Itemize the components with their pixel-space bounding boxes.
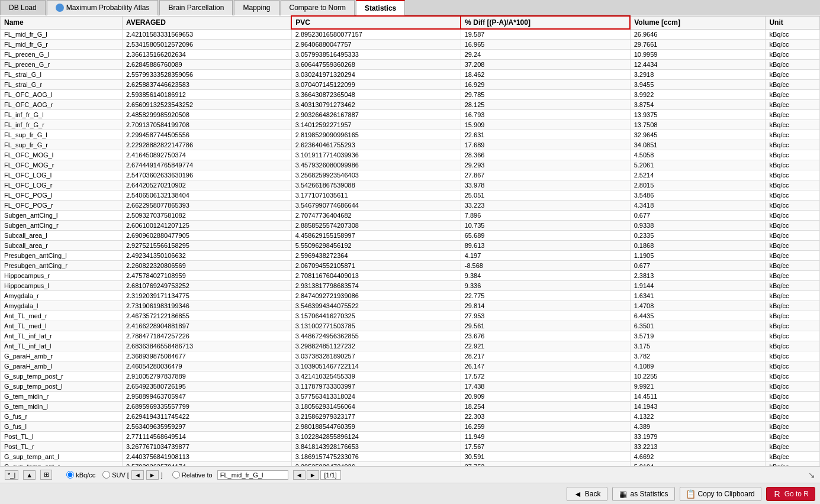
table-row[interactable]: FL_OFC_POG_r2.66229580778653​933.5467990… [1, 201, 820, 211]
table-row[interactable]: G_paraH_amb_l2.460542800364793.103905146… [1, 361, 820, 371]
table-cell: FL_OFC_POG_r [1, 201, 123, 211]
table-row[interactable]: FL_OFC_MOG_l2.41645089275037​43.10191177… [1, 150, 820, 160]
radio-suv-label[interactable]: SUV [ [102, 471, 129, 479]
table-row[interactable]: FL_OFC_AOG_l2.59385614018691​23.36643087… [1, 90, 820, 100]
table-cell: 3.03024197132029​4 [291, 70, 461, 80]
table-cell: 2.5214 [630, 170, 766, 180]
radio-kbq[interactable] [66, 471, 74, 479]
table-row[interactable]: Subcall_area_r2.92752155661582​955.55096… [1, 241, 820, 251]
r-icon: R [773, 489, 782, 499]
table-row[interactable]: G_sup_temp_post_r2.91005279783788​93.421… [1, 371, 820, 382]
table-cell: 15.909 [461, 120, 630, 130]
table-row[interactable]: Subgen_antCing_r2.60610012412071​252.885… [1, 221, 820, 231]
table-row[interactable]: FL_OFC_POG_l2.54065061321384​043.1771071… [1, 190, 820, 201]
table-cell: 26.147 [461, 361, 630, 371]
suv-nav-right[interactable]: ► [146, 470, 159, 480]
table-row[interactable]: FL_OFC_LOG_r2.64420527021090​23.54266186… [1, 180, 820, 190]
tab-compare-norm[interactable]: Compare to Norm [281, 0, 355, 15]
table-row[interactable]: Post_TL_r3.26776710347398​773.8418143928… [1, 442, 820, 452]
table-row[interactable]: Hippocampus_r2.47578402710895​92.7081167… [1, 271, 820, 281]
table-row[interactable]: G_sup_temp_ant_r2.57939363579417​43.2952… [1, 462, 820, 467]
table-row[interactable]: FL_strai_G_r2.62588374466235​833.0704071… [1, 80, 820, 90]
table-row[interactable]: G_tem_midin_r2.95889946370594​73.5775634… [1, 392, 820, 402]
bracket-close: ] [161, 471, 163, 479]
radio-relative[interactable] [172, 471, 180, 479]
table-row[interactable]: Amygdala_r2.31920391711347​752.847409272… [1, 291, 820, 301]
table-row[interactable]: Subgen_antCing_l2.50932703758108​22.7074… [1, 211, 820, 221]
table-row[interactable]: FL_mid_fr_G_r2.534158050125720962.964068… [1, 40, 820, 50]
table-cell: 23.676 [461, 331, 630, 341]
suv-nav-left[interactable]: ◄ [131, 470, 144, 480]
table-cell: 28.217 [461, 351, 630, 361]
table-row[interactable]: FL_sup_fr_G_l2.29945877445055​562.819852… [1, 130, 820, 140]
table-row[interactable]: Ant_TL_med_r2.46735721221868​553.1570644… [1, 311, 820, 321]
table-row[interactable]: Presubgen_antCing_l2.49234135010663​22.5… [1, 251, 820, 261]
status-left-btn[interactable]: *_| [5, 470, 18, 480]
back-button[interactable]: ◄ Back [567, 487, 607, 501]
radio-relative-label[interactable]: Relative to [172, 471, 213, 479]
table-cell: 2.8015 [630, 180, 766, 190]
tab-brain-parc[interactable]: Brain Parcellation [159, 0, 233, 15]
copy-to-clipboard-button[interactable]: 📋 Copy to Clipboard [680, 487, 761, 501]
table-row[interactable]: G_sup_temp_ant_l2.44037568419081​133.186… [1, 452, 820, 462]
table-row[interactable]: FL_inf_fr_G_l2.48582999859205​082.903266… [1, 110, 820, 120]
table-cell: kBq/cc [766, 120, 820, 130]
tab-statistics[interactable]: Statistics [356, 0, 405, 15]
table-row[interactable]: Ant_TL_inf_lat_r2.78847718472572​263.448… [1, 331, 820, 341]
table-cell: 3.54639943440755​22 [291, 301, 461, 311]
radio-kbq-label[interactable]: kBq/cc [66, 471, 95, 479]
table-row[interactable]: FL_OFC_MOG_r2.67444914765849​7743.457932… [1, 160, 820, 170]
nav-next-btn[interactable]: ► [307, 470, 319, 480]
tab-db-load[interactable]: DB Load [0, 0, 46, 15]
table-cell: Subcall_area_r [1, 241, 123, 251]
nav-prev-btn[interactable]: ◄ [293, 470, 306, 480]
table-row[interactable]: Amygdala_l2.73190619831993​463.546399434… [1, 301, 820, 311]
table-cell: 17.438 [461, 382, 630, 392]
table-row[interactable]: Hippocampus_l2.68107692497532​522.931381… [1, 281, 820, 291]
table-cell: 3.18056293145606​4 [291, 402, 461, 412]
table-row[interactable]: G_fus_r2.62941943117454​223.215862979323… [1, 412, 820, 422]
table-row[interactable]: G_tem_midin_l2.68959693355577​993.180562… [1, 402, 820, 412]
table-cell: 37.208 [461, 60, 630, 70]
table-row[interactable]: G_sup_temp_post_l2.65492358072619​53.117… [1, 382, 820, 392]
relative-to-input[interactable] [217, 470, 288, 480]
table-row[interactable]: FL_inf_fr_G_r2.70913705841997​083.140125… [1, 120, 820, 130]
table-row[interactable]: FL_mid_fr_G_l2.421015833315696532.895230… [1, 29, 820, 40]
table-cell: 2.70913705841997​08 [122, 120, 291, 130]
table-cell: 29.293 [461, 160, 630, 170]
table-row[interactable]: Presubgen_antCing_r2.26082232080656​92.0… [1, 261, 820, 271]
table-row[interactable]: FL_OFC_AOG_r2.656091325235432523.4031307… [1, 100, 820, 110]
table-row[interactable]: Post_TL_l2.77111456864951​43.10228428558… [1, 432, 820, 442]
as-statistics-button[interactable]: ▦ as Statistics [612, 487, 675, 501]
tab-mapping[interactable]: Mapping [234, 0, 279, 15]
go-to-r-button[interactable]: R Go to R [766, 487, 815, 501]
table-cell: 3.15706441627032​5 [291, 311, 461, 321]
table-cell: 2.59385614018691​2 [122, 90, 291, 100]
table-cell: kBq/cc [766, 170, 820, 180]
table-cell: 2.89523016580077157 [291, 29, 461, 40]
status-grid-btn[interactable]: ⊞ [40, 470, 52, 480]
table-row[interactable]: Subcall_area_l2.69096028804779​054.45862… [1, 231, 820, 241]
radio-suv[interactable] [102, 471, 110, 479]
table-cell: 2.77111456864951​4 [122, 432, 291, 442]
tab-max-prob[interactable]: Maximum Probability Atlas [47, 0, 159, 15]
table-row[interactable]: G_fus_l2.56340963595929​72.9801885447603… [1, 422, 820, 432]
table-cell: 11.949 [461, 432, 630, 442]
table-row[interactable]: FL_precen_G_r2.628458867600893.606447559… [1, 60, 820, 70]
action-bar: ◄ Back ▦ as Statistics 📋 Copy to Clipboa… [0, 483, 820, 504]
table-row[interactable]: FL_sup_fr_G_r2.22928882822147​7862.62364… [1, 140, 820, 150]
status-up-btn[interactable]: ▲ [23, 470, 36, 480]
table-row[interactable]: FL_strai_G_l2.557993335283590563.0302419… [1, 70, 820, 80]
table-row[interactable]: FL_precen_G_l2.36613516620263​43.0579938… [1, 50, 820, 60]
table-cell: 3.36643087236504​8 [291, 90, 461, 100]
table-cell: 2.78847718472572​26 [122, 331, 291, 341]
table-cell: 0.677 [630, 261, 766, 271]
table-cell: 2.93138177986835​74 [291, 281, 461, 291]
table-row[interactable]: FL_OFC_LOG_l2.54703602633630​1963.256825… [1, 170, 820, 180]
table-scroll[interactable]: Name AVERAGED PVC % Diff [(P-A)/A*100] V… [0, 15, 820, 466]
table-cell: Subgen_antCing_l [1, 211, 123, 221]
tab-brain-parc-label: Brain Parcellation [168, 4, 224, 12]
table-row[interactable]: Ant_TL_med_l2.41662289048818​973.1310027… [1, 321, 820, 331]
table-row[interactable]: Ant_TL_inf_lat_l2.68363846558486​7133.29… [1, 341, 820, 351]
table-row[interactable]: G_paraH_amb_r2.36893987508467​73.0373832… [1, 351, 820, 361]
